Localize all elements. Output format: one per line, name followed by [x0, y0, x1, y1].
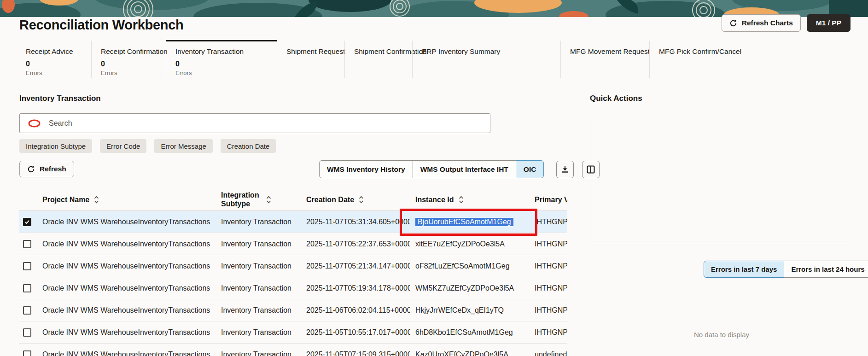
cell-project-name: Oracle INV WMS WarehouseInventoryTransac…	[40, 350, 214, 356]
cell-instance-id[interactable]: BjoUorubEfCSoAmotM1Geg	[410, 218, 527, 226]
row-checkbox[interactable]	[23, 218, 31, 226]
table-row[interactable]: Oracle INV WMS WarehouseInventoryTransac…	[19, 277, 567, 299]
cell-integration-subtype: Inventory Transaction	[214, 328, 299, 337]
cell-instance-id[interactable]: Kaz0UroXEfCyZDPoOe3l5A	[410, 350, 527, 356]
cell-primary-value: IHTHGNPI	[527, 262, 567, 270]
filter-chip-row: Integration Subtype Error Code Error Mes…	[19, 139, 276, 153]
table-row[interactable]: Oracle INV WMS WarehouseInventoryTransac…	[19, 344, 567, 356]
tab-shipment-confirmation[interactable]: Shipment Confirmation	[344, 40, 412, 78]
error-count: 0	[175, 60, 277, 68]
wms-output-interface-iht-button[interactable]: WMS Output Interface IHT	[413, 160, 516, 178]
cell-integration-subtype: Inventory Transaction	[214, 262, 299, 270]
header-project-name[interactable]: Project Name	[40, 196, 214, 204]
cell-integration-subtype: Inventory Transaction	[214, 284, 299, 292]
cell-instance-id[interactable]: WM5KZ7uZEfCyZDPoOe3l5A	[410, 284, 527, 292]
sort-icon[interactable]	[459, 196, 464, 204]
table-row[interactable]: Oracle INV WMS WarehouseInventoryTransac…	[19, 299, 567, 321]
page-title: Reconciliation Workbench	[19, 18, 183, 33]
table-row[interactable]: Oracle INV WMS WarehouseInventoryTransac…	[19, 321, 567, 344]
header-instance-id[interactable]: Instance Id	[410, 196, 527, 204]
wms-inventory-history-button[interactable]: WMS Inventory History	[319, 160, 413, 178]
filter-chip-integration-subtype[interactable]: Integration Subtype	[19, 139, 92, 153]
table-row[interactable]: Oracle INV WMS WarehouseInventoryTransac…	[19, 255, 567, 277]
search-input[interactable]	[49, 119, 490, 128]
download-icon	[561, 165, 569, 174]
cell-project-name: Oracle INV WMS WarehouseInventoryTransac…	[40, 240, 214, 248]
tab-mfg-pick-confirm-cancel[interactable]: MFG Pick Confirm/Cancel	[649, 40, 868, 78]
cell-instance-id[interactable]: xitEE7uZEfCyZDPoOe3l5A	[410, 240, 527, 248]
tab-erp-inventory-summary[interactable]: ERP Inventory Summary	[412, 40, 560, 78]
tab-receipt-advice[interactable]: Receipt Advice 0 Errors	[17, 40, 91, 78]
cell-project-name: Oracle INV WMS WarehouseInventoryTransac…	[40, 262, 214, 270]
errors-last-7-days-button[interactable]: Errors in last 7 days	[704, 261, 784, 278]
errors-range-toggle: Errors in last 7 days Errors in last 24 …	[704, 261, 868, 278]
quick-actions-title: Quick Actions	[590, 94, 642, 103]
refresh-icon	[729, 19, 737, 27]
refresh-icon	[27, 165, 35, 173]
header-actions: Refresh Charts M1 / PP	[722, 14, 851, 32]
errors-last-24-hours-button[interactable]: Errors in last 24 hours	[784, 261, 868, 278]
cell-creation-date: 2025-11-05T10:55:17.017+0000	[299, 328, 410, 337]
cell-integration-subtype: Inventory Transaction	[214, 350, 299, 356]
panel-divider-vertical	[590, 115, 590, 241]
refresh-charts-label: Refresh Charts	[742, 19, 793, 27]
tab-receipt-confirmation[interactable]: Receipt Confirmation 0 Errors	[91, 40, 166, 78]
filter-chip-creation-date[interactable]: Creation Date	[221, 139, 276, 153]
cell-primary-value: IHTHGNPI	[527, 218, 567, 226]
columns-icon	[587, 165, 595, 174]
empty-chart-message: No data to display	[590, 331, 853, 338]
cell-creation-date: 2025-11-07T05:31:34.605+0000	[299, 218, 410, 226]
cell-instance-id[interactable]: oF82fLuZEfCSoAmotM1Geg	[410, 262, 527, 270]
cell-instance-id[interactable]: HkjyJrrWEfCeDx_qEI1yTQ	[410, 306, 527, 315]
search-box[interactable]	[19, 113, 490, 133]
refresh-charts-button[interactable]: Refresh Charts	[722, 14, 801, 32]
cell-project-name: Oracle INV WMS WarehouseInventoryTransac…	[40, 284, 214, 292]
manage-columns-button[interactable]	[582, 161, 600, 178]
sort-icon[interactable]	[266, 196, 271, 204]
refresh-label: Refresh	[40, 165, 66, 173]
cell-integration-subtype: Inventory Transaction	[214, 240, 299, 248]
filter-chip-error-code[interactable]: Error Code	[100, 139, 146, 153]
selected-instance-id-text: BjoUorubEfCSoAmotM1Geg	[415, 218, 513, 226]
sort-icon[interactable]	[94, 196, 99, 204]
filter-chip-error-message[interactable]: Error Message	[154, 139, 212, 153]
error-count: 0	[26, 60, 91, 68]
table-header-row: Project Name Integration Subtype Creatio…	[19, 189, 567, 211]
row-checkbox[interactable]	[23, 306, 31, 315]
download-button[interactable]	[556, 161, 574, 178]
table-row[interactable]: Oracle INV WMS WarehouseInventoryTransac…	[19, 233, 567, 255]
cell-instance-id[interactable]: 6hD8Kbo1EfCSoAmotM1Geg	[410, 328, 527, 337]
refresh-button[interactable]: Refresh	[19, 161, 74, 177]
tab-mfg-movement-request[interactable]: MFG Movement Request	[560, 40, 649, 78]
tab-strip: Receipt Advice 0 Errors Receipt Confirma…	[17, 40, 868, 78]
cell-project-name: Oracle INV WMS WarehouseInventoryTransac…	[40, 218, 214, 226]
error-count: 0	[101, 60, 166, 68]
row-checkbox[interactable]	[23, 284, 31, 292]
sort-icon[interactable]	[359, 196, 364, 204]
oic-button[interactable]: OIC	[516, 160, 544, 178]
environment-button[interactable]: M1 / PP	[807, 14, 851, 32]
header-integration-subtype[interactable]: Integration Subtype	[214, 191, 299, 209]
row-checkbox[interactable]	[23, 240, 31, 248]
header-primary-value[interactable]: Primary V	[527, 196, 567, 204]
cell-creation-date: 2025-11-06T06:02:04.115+0000	[299, 306, 410, 315]
tab-shipment-request[interactable]: Shipment Request	[277, 40, 344, 78]
transactions-table: Project Name Integration Subtype Creatio…	[19, 189, 567, 356]
cell-primary-value: IHTHGNPI	[527, 284, 567, 292]
error-count-caption: Errors	[101, 70, 166, 76]
cell-primary-value: IHTHGNPI	[527, 240, 567, 248]
cell-integration-subtype: Inventory Transaction	[214, 218, 299, 226]
cell-creation-date: 2025-11-05T07:15:09.315+0000	[299, 350, 410, 356]
error-count-caption: Errors	[175, 70, 277, 76]
tab-inventory-transaction[interactable]: Inventory Transaction 0 Errors	[166, 40, 277, 78]
row-checkbox[interactable]	[23, 328, 31, 337]
cell-integration-subtype: Inventory Transaction	[214, 306, 299, 315]
row-checkbox[interactable]	[23, 350, 31, 356]
table-row[interactable]: Oracle INV WMS WarehouseInventoryTransac…	[19, 211, 567, 233]
cell-primary-value: IHTHGNPI	[527, 306, 567, 315]
cell-creation-date: 2025-11-07T05:19:34.178+0000	[299, 284, 410, 292]
section-title: Inventory Transaction	[19, 94, 101, 103]
cell-project-name: Oracle INV WMS WarehouseInventoryTransac…	[40, 306, 214, 315]
header-creation-date[interactable]: Creation Date	[299, 196, 410, 204]
row-checkbox[interactable]	[23, 262, 31, 270]
